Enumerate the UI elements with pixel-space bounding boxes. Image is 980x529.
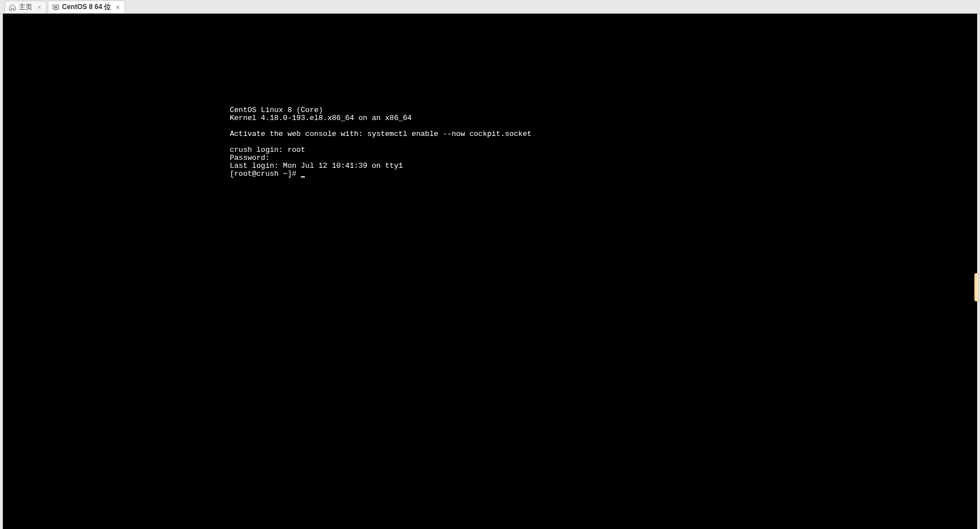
terminal-line: crush login: root bbox=[230, 146, 305, 154]
terminal-line: Password: bbox=[230, 154, 270, 162]
terminal-line: Last login: Mon Jul 12 10:41:39 on tty1 bbox=[230, 162, 403, 170]
terminal-line: Kernel 4.18.0-193.el8.x86_64 on an x86_6… bbox=[230, 114, 412, 122]
terminal-line: Activate the web console with: systemctl… bbox=[230, 130, 532, 138]
vm-icon bbox=[52, 3, 60, 11]
tab-home-close[interactable]: × bbox=[36, 3, 43, 11]
side-panel-handle[interactable] bbox=[974, 273, 979, 301]
tab-home[interactable]: 主页 × bbox=[5, 1, 47, 13]
tab-centos-label: CentOS 8 64 位 bbox=[62, 2, 111, 12]
tab-bar: 主页 × CentOS 8 64 位 × bbox=[0, 0, 980, 14]
home-icon bbox=[9, 3, 16, 11]
tab-centos[interactable]: CentOS 8 64 位 × bbox=[48, 1, 125, 13]
terminal-line: CentOS Linux 8 (Core) bbox=[230, 106, 323, 114]
terminal-prompt: [root@crush ~]# bbox=[230, 170, 301, 178]
terminal-output: CentOS Linux 8 (Core) Kernel 4.18.0-193.… bbox=[3, 14, 977, 178]
svg-rect-1 bbox=[54, 6, 57, 8]
tab-centos-close[interactable]: × bbox=[114, 3, 121, 11]
terminal-console[interactable]: CentOS Linux 8 (Core) Kernel 4.18.0-193.… bbox=[3, 14, 977, 529]
tab-home-label: 主页 bbox=[19, 2, 32, 12]
terminal-cursor bbox=[301, 176, 305, 177]
